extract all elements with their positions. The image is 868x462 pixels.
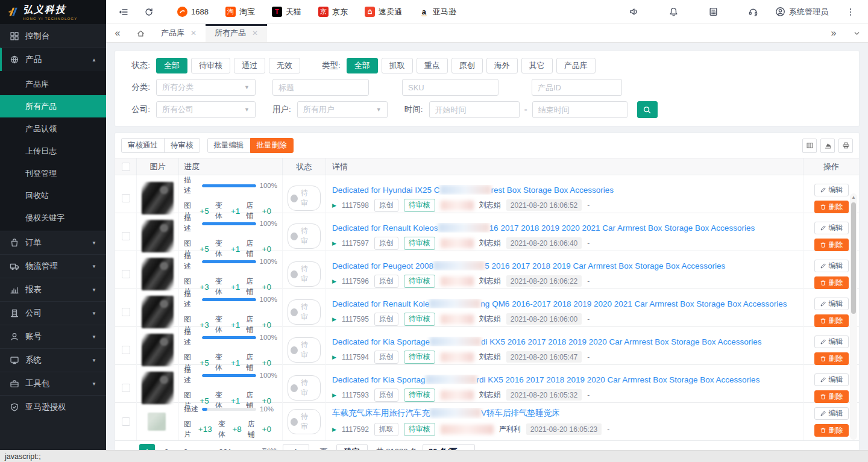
menu-collapse-icon[interactable] bbox=[116, 4, 131, 20]
platform-link-速卖通[interactable]: 速卖通 bbox=[365, 7, 402, 17]
edit-button[interactable]: 编辑 bbox=[814, 184, 849, 196]
brand-logo[interactable]: 弘义科技 HONG YI TECHNOLOGY bbox=[0, 0, 106, 24]
sidebar-item-亚马逊授权[interactable]: 亚马逊授权 bbox=[0, 395, 106, 419]
tab-所有产品[interactable]: 所有产品✕ bbox=[206, 24, 267, 42]
export-icon[interactable] bbox=[820, 139, 835, 153]
page-2[interactable]: 2 bbox=[159, 444, 174, 450]
play-icon[interactable]: ▶ bbox=[332, 354, 336, 360]
sidebar-item-系统[interactable]: 系统▼ bbox=[0, 348, 106, 372]
sidebar-subitem-回收站[interactable]: 回收站 bbox=[0, 184, 106, 207]
play-icon[interactable]: ▶ bbox=[332, 278, 336, 284]
status-option-全部[interactable]: 全部 bbox=[156, 58, 187, 73]
type-option-其它[interactable]: 其它 bbox=[521, 58, 553, 73]
status-option-待审核[interactable]: 待审核 bbox=[191, 58, 230, 73]
set-pending-button[interactable]: 待审核 bbox=[164, 138, 200, 153]
type-option-重点[interactable]: 重点 bbox=[417, 58, 448, 73]
sku-input[interactable] bbox=[402, 79, 498, 96]
tabs-scroll-right-icon[interactable]: » bbox=[822, 24, 845, 42]
announcement-icon[interactable] bbox=[626, 4, 641, 20]
goto-page-input[interactable] bbox=[283, 444, 309, 450]
play-icon[interactable]: ▶ bbox=[332, 316, 336, 322]
delete-button[interactable]: 删除 bbox=[814, 352, 849, 365]
product-title-link[interactable]: 车载充气床车用旅行汽车充V轿车后排气垫睡觉床 bbox=[332, 408, 798, 419]
platform-link-淘宝[interactable]: 淘淘宝 bbox=[225, 7, 255, 17]
delete-button[interactable]: 删除 bbox=[814, 424, 849, 437]
goto-confirm-button[interactable]: 确定 bbox=[336, 444, 368, 450]
type-option-原创[interactable]: 原创 bbox=[451, 58, 483, 73]
home-icon[interactable] bbox=[129, 24, 152, 42]
scrollbar-thumb[interactable] bbox=[851, 202, 856, 314]
search-button[interactable] bbox=[637, 101, 658, 118]
status-option-通过[interactable]: 通过 bbox=[234, 58, 265, 73]
next-page-icon[interactable]: › bbox=[239, 447, 251, 451]
delete-button[interactable]: 删除 bbox=[814, 201, 849, 213]
delete-button[interactable]: 删除 bbox=[814, 276, 849, 289]
tabs-menu-icon[interactable] bbox=[845, 24, 868, 42]
select-all-checkbox[interactable] bbox=[122, 163, 130, 171]
tab-产品库[interactable]: 产品库✕ bbox=[152, 24, 206, 42]
sidebar-item-订单[interactable]: 订单▼ bbox=[0, 231, 106, 254]
product-image[interactable] bbox=[142, 296, 174, 328]
sidebar-subitem-产品认领[interactable]: 产品认领 bbox=[0, 117, 106, 140]
page-3[interactable]: 3 bbox=[178, 444, 193, 450]
type-option-抓取[interactable]: 抓取 bbox=[382, 58, 413, 73]
row-checkbox[interactable] bbox=[122, 232, 130, 240]
product-title-link[interactable]: Dedicated for Peugeot 20085 2016 2017 20… bbox=[332, 261, 798, 270]
per-page-select[interactable]: 90 条/页 bbox=[423, 444, 475, 450]
calculator-icon[interactable] bbox=[705, 4, 721, 20]
columns-setting-icon[interactable] bbox=[802, 139, 817, 153]
product-image[interactable] bbox=[142, 258, 174, 290]
sidebar-subitem-侵权关键字[interactable]: 侵权关键字 bbox=[0, 207, 106, 229]
delete-button[interactable]: 删除 bbox=[814, 314, 849, 327]
title-input[interactable] bbox=[272, 79, 369, 96]
approve-button[interactable]: 审核通过 bbox=[121, 138, 165, 153]
product-title-link[interactable]: Dedicated for Kia Sportagrdi KX5 2016 20… bbox=[332, 375, 798, 384]
row-checkbox[interactable] bbox=[122, 194, 130, 202]
play-icon[interactable]: ▶ bbox=[332, 392, 336, 398]
table-scrollbar[interactable]: ▲ bbox=[850, 193, 857, 440]
batch-edit-button[interactable]: 批量编辑 bbox=[207, 138, 251, 153]
start-time-input[interactable] bbox=[429, 101, 520, 118]
sidebar-item-账号[interactable]: 账号▼ bbox=[0, 325, 106, 348]
close-icon[interactable]: ✕ bbox=[190, 29, 197, 37]
sidebar-subitem-刊登管理[interactable]: 刊登管理 bbox=[0, 162, 106, 184]
page-1[interactable]: 1 bbox=[139, 444, 155, 450]
row-checkbox[interactable] bbox=[122, 308, 130, 316]
product-title-link[interactable]: Dedicated for Renault Koleng QM6 2016-20… bbox=[332, 299, 798, 308]
type-option-产品库[interactable]: 产品库 bbox=[556, 58, 596, 73]
sidebar-item-产品[interactable]: 产品▲ bbox=[0, 48, 106, 71]
sidebar-subitem-上传日志[interactable]: 上传日志 bbox=[0, 140, 106, 162]
edit-button[interactable]: 编辑 bbox=[814, 222, 849, 234]
user-menu[interactable]: 系统管理员 bbox=[775, 7, 828, 17]
tabs-scroll-left-icon[interactable]: « bbox=[106, 24, 129, 42]
scroll-up-icon[interactable]: ▲ bbox=[850, 193, 857, 202]
product-image[interactable] bbox=[148, 413, 166, 431]
refresh-icon[interactable] bbox=[141, 4, 157, 20]
row-checkbox[interactable] bbox=[122, 384, 130, 392]
edit-button[interactable]: 编辑 bbox=[814, 373, 849, 386]
more-options-icon[interactable] bbox=[843, 4, 858, 20]
type-option-海外[interactable]: 海外 bbox=[486, 58, 518, 73]
category-select[interactable]: 所有分类▼ bbox=[156, 79, 256, 96]
delete-button[interactable]: 删除 bbox=[814, 390, 849, 403]
edit-button[interactable]: 编辑 bbox=[814, 336, 849, 348]
print-icon[interactable] bbox=[838, 139, 853, 153]
product-title-link[interactable]: Dedicated for Renault Koleos16 2017 2018… bbox=[332, 223, 798, 233]
row-checkbox[interactable] bbox=[122, 270, 130, 278]
product-title-link[interactable]: Dedicated for Kia Sportagedi KX5 2016 20… bbox=[332, 337, 798, 346]
platform-link-1688[interactable]: 1688 bbox=[177, 7, 209, 17]
product-image[interactable] bbox=[142, 372, 174, 404]
edit-button[interactable]: 编辑 bbox=[814, 298, 849, 310]
product-image[interactable] bbox=[142, 220, 174, 252]
prev-page-icon[interactable]: ‹ bbox=[122, 447, 134, 451]
status-option-无效[interactable]: 无效 bbox=[269, 58, 300, 73]
play-icon[interactable]: ▶ bbox=[332, 240, 336, 246]
notification-bell-icon[interactable] bbox=[665, 4, 681, 20]
sidebar-subitem-所有产品[interactable]: 所有产品 bbox=[0, 95, 106, 117]
page-901[interactable]: 901 bbox=[216, 444, 234, 450]
edit-button[interactable]: 编辑 bbox=[814, 407, 849, 420]
batch-delete-button[interactable]: 批量删除 bbox=[250, 138, 294, 153]
product-image[interactable] bbox=[142, 182, 174, 214]
company-select[interactable]: 所有公司▼ bbox=[156, 101, 256, 118]
play-icon[interactable]: ▶ bbox=[332, 426, 336, 432]
